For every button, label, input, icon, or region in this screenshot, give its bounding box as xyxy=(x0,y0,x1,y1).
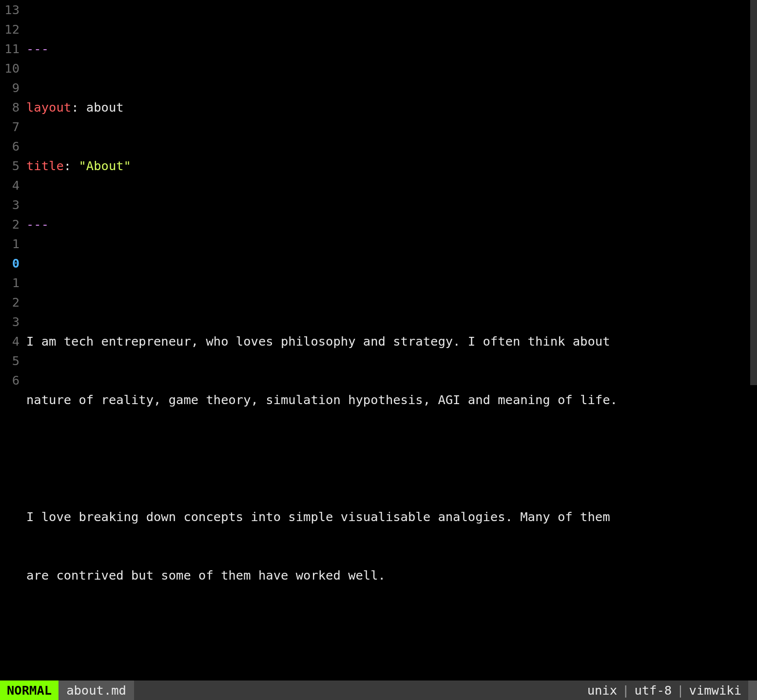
code-line xyxy=(26,448,757,468)
relnum: 7 xyxy=(0,117,19,136)
scrollbar[interactable] xyxy=(750,0,757,385)
relnum: 2 xyxy=(0,292,19,312)
separator-icon: | xyxy=(672,681,689,700)
relnum: 5 xyxy=(0,156,19,175)
code-line: I am tech entrepreneur, who loves philos… xyxy=(26,331,757,351)
code-line: title: "About" xyxy=(26,156,757,175)
mode-indicator: NORMAL xyxy=(0,681,58,700)
relnum: 6 xyxy=(0,136,19,156)
code-line xyxy=(26,624,757,643)
status-tail xyxy=(748,681,757,700)
code-line: I love breaking down concepts into simpl… xyxy=(26,507,757,526)
relnum: 3 xyxy=(0,312,19,331)
relnum: 6 xyxy=(0,370,19,390)
relnum: 4 xyxy=(0,331,19,351)
code-line: are contrived but some of them have work… xyxy=(26,565,757,585)
relnum: 12 xyxy=(0,19,19,39)
status-line: NORMAL about.md unix | utf-8 | vimwiki xyxy=(0,681,757,700)
relnum: 10 xyxy=(0,58,19,78)
relnum: 3 xyxy=(0,195,19,214)
fileformat: unix xyxy=(587,681,617,700)
relnum: 4 xyxy=(0,175,19,195)
relnum: 13 xyxy=(0,0,19,19)
code-line: --- xyxy=(26,214,757,234)
filetype: vimwiki xyxy=(689,681,741,700)
editor-viewport[interactable]: 13 12 11 10 9 8 7 6 5 4 3 2 1 0 1 2 3 4 … xyxy=(0,0,757,681)
separator-icon: | xyxy=(617,681,634,700)
line-number-gutter: 13 12 11 10 9 8 7 6 5 4 3 2 1 0 1 2 3 4 … xyxy=(0,0,26,681)
relnum: 8 xyxy=(0,97,19,117)
relnum: 1 xyxy=(0,273,19,292)
code-line: layout: about xyxy=(26,97,757,117)
relnum: 9 xyxy=(0,78,19,97)
code-line: nature of reality, game theory, simulati… xyxy=(26,390,757,409)
relnum: 11 xyxy=(0,39,19,58)
relnum: 2 xyxy=(0,214,19,234)
code-line xyxy=(26,273,757,292)
relnum: 5 xyxy=(0,351,19,370)
filename-segment: about.md xyxy=(58,681,134,700)
text-buffer[interactable]: --- layout: about title: "About" --- I a… xyxy=(26,0,757,681)
relnum: 1 xyxy=(0,234,19,253)
status-right: unix | utf-8 | vimwiki xyxy=(581,681,748,700)
encoding: utf-8 xyxy=(634,681,672,700)
code-line: --- xyxy=(26,39,757,58)
current-line-number: 0 xyxy=(0,253,19,273)
